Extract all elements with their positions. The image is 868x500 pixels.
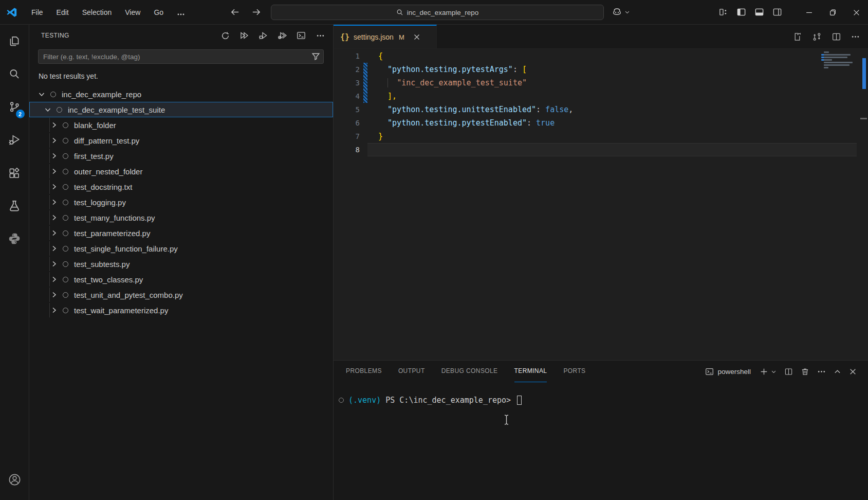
- terminal-shell-chip[interactable]: powershell: [705, 367, 751, 376]
- maximize-panel-icon[interactable]: [834, 368, 841, 376]
- tree-item[interactable]: first_test.py: [29, 148, 333, 164]
- test-state-icon: [63, 122, 68, 128]
- debug-all-tests-icon[interactable]: [257, 30, 269, 41]
- activity-extensions[interactable]: [0, 156, 29, 189]
- tree-item[interactable]: test_logging.py: [29, 194, 333, 210]
- account-menu[interactable]: [0, 463, 29, 496]
- run-all-tests-icon[interactable]: [238, 30, 250, 41]
- terminal-profile-chevron-icon[interactable]: [771, 369, 777, 374]
- menu-item[interactable]: File: [25, 5, 50, 20]
- more-actions-icon[interactable]: [315, 30, 326, 41]
- split-editor-icon[interactable]: [832, 32, 841, 42]
- twistie-chevron-icon[interactable]: [49, 213, 58, 222]
- tree-item[interactable]: diff_pattern_test.py: [29, 133, 333, 148]
- menu-item[interactable]: Selection: [76, 5, 119, 20]
- tree-item[interactable]: outer_nested_folder: [29, 164, 333, 179]
- panel-tab[interactable]: DEBUG CONSOLE: [441, 361, 498, 382]
- split-terminal-icon[interactable]: [784, 367, 793, 376]
- editor-more-actions-icon[interactable]: [851, 32, 860, 41]
- minimize-button[interactable]: [797, 0, 821, 25]
- command-center-search[interactable]: inc_dec_example_repo: [271, 5, 604, 20]
- filter-funnel-icon[interactable]: [311, 52, 320, 61]
- code-editor[interactable]: 1 { 2 "python.testing.pytestArgs": [ 3: [334, 49, 868, 360]
- back-arrow-icon[interactable]: [230, 7, 240, 17]
- code-line[interactable]: 1 {: [334, 49, 868, 63]
- test-filter-input[interactable]: [38, 49, 324, 64]
- tree-item-label: test_unit_and_pytest_combo.py: [74, 291, 183, 299]
- code-line[interactable]: 7 }: [334, 130, 868, 143]
- tree-item[interactable]: test_many_functions.py: [29, 210, 333, 225]
- menu-item[interactable]: Go: [147, 5, 170, 20]
- close-tab-icon[interactable]: [412, 32, 422, 42]
- copilot-menu[interactable]: [612, 7, 630, 17]
- tree-item[interactable]: blank_folder: [29, 117, 333, 133]
- restore-button[interactable]: [821, 0, 844, 25]
- menu-item[interactable]: Edit: [50, 5, 76, 20]
- twistie-chevron-icon[interactable]: [49, 152, 58, 160]
- panel-tab[interactable]: PORTS: [563, 361, 585, 382]
- twistie-chevron-icon[interactable]: [49, 183, 58, 191]
- activity-run-debug[interactable]: [0, 123, 29, 156]
- tree-item[interactable]: test_docstring.txt: [29, 179, 333, 194]
- git-gutter-mark: [363, 116, 367, 130]
- panel-tab[interactable]: OUTPUT: [398, 361, 425, 382]
- forward-arrow-icon[interactable]: [251, 7, 261, 17]
- twistie-chevron-icon[interactable]: [49, 260, 58, 269]
- scrollbar-overview-ruler[interactable]: [862, 58, 866, 89]
- panel-tab[interactable]: PROBLEMS: [346, 361, 382, 382]
- activity-python[interactable]: [0, 222, 29, 255]
- code-line[interactable]: 5 "python.testing.unittestEnabled": fals…: [334, 103, 868, 116]
- twistie-chevron-icon[interactable]: [49, 275, 58, 284]
- tab-filename: settings.json: [354, 33, 394, 41]
- run-tests-with-coverage-icon[interactable]: [276, 30, 288, 41]
- toggle-secondary-sidebar-icon[interactable]: [772, 7, 782, 17]
- code-line[interactable]: 8: [334, 143, 868, 156]
- menu-item[interactable]: View: [118, 5, 147, 20]
- toggle-primary-sidebar-icon[interactable]: [736, 7, 746, 17]
- activity-explorer[interactable]: [0, 25, 29, 58]
- customize-layout-icon[interactable]: [718, 7, 728, 17]
- twistie-chevron-icon[interactable]: [43, 105, 52, 114]
- open-in-terminal-icon[interactable]: [296, 30, 307, 41]
- tree-item[interactable]: test_wait_parameterized.py: [29, 302, 333, 318]
- twistie-chevron-icon[interactable]: [49, 167, 58, 176]
- panel-more-actions-icon[interactable]: [817, 367, 826, 376]
- activity-source-control[interactable]: 2: [0, 91, 29, 123]
- code-line[interactable]: 4 ],: [334, 90, 868, 103]
- activity-search[interactable]: [0, 58, 29, 91]
- toggle-panel-icon[interactable]: [754, 7, 764, 17]
- minimap[interactable]: [824, 51, 856, 69]
- twistie-chevron-icon[interactable]: [49, 306, 58, 315]
- close-window-button[interactable]: [844, 0, 868, 25]
- tree-item[interactable]: inc_dec_example_repo: [29, 86, 333, 102]
- code-line[interactable]: 3 "inc_dec_example_test_suite": [334, 76, 868, 90]
- close-panel-icon[interactable]: [849, 368, 857, 376]
- menu-more-icon[interactable]: [170, 5, 192, 20]
- twistie-chevron-icon[interactable]: [49, 121, 58, 130]
- terminal[interactable]: (.venv) PS C:\inc_dec_example_repo>: [334, 382, 868, 500]
- tree-item[interactable]: test_subtests.py: [29, 256, 333, 272]
- tree-item[interactable]: test_single_function_failure.py: [29, 241, 333, 256]
- twistie-chevron-icon[interactable]: [49, 198, 58, 207]
- tree-item[interactable]: test_unit_and_pytest_combo.py: [29, 287, 333, 302]
- kill-terminal-trash-icon[interactable]: [801, 367, 809, 376]
- tab-settings-json[interactable]: {} settings.json M: [334, 25, 437, 48]
- twistie-chevron-icon[interactable]: [37, 90, 46, 99]
- activity-testing[interactable]: [0, 189, 29, 222]
- test-state-icon: [63, 261, 68, 267]
- refresh-tests-icon[interactable]: [219, 30, 231, 41]
- open-changes-icon[interactable]: [812, 32, 822, 42]
- new-terminal-icon[interactable]: [760, 367, 768, 376]
- twistie-chevron-icon[interactable]: [49, 291, 58, 299]
- tree-item[interactable]: inc_dec_example_test_suite: [29, 102, 333, 117]
- twistie-chevron-icon[interactable]: [49, 244, 58, 253]
- twistie-chevron-icon[interactable]: [49, 229, 58, 238]
- command-decoration-icon[interactable]: [339, 398, 344, 403]
- tree-item[interactable]: test_parameterized.py: [29, 225, 333, 241]
- code-line[interactable]: 2 "python.testing.pytestArgs": [: [334, 63, 868, 76]
- code-line[interactable]: 6 "python.testing.pytestEnabled": true: [334, 116, 868, 130]
- tree-item[interactable]: test_two_classes.py: [29, 272, 333, 287]
- open-settings-ui-icon[interactable]: [792, 32, 802, 42]
- twistie-chevron-icon[interactable]: [49, 136, 58, 145]
- panel-tab[interactable]: TERMINAL: [514, 361, 547, 382]
